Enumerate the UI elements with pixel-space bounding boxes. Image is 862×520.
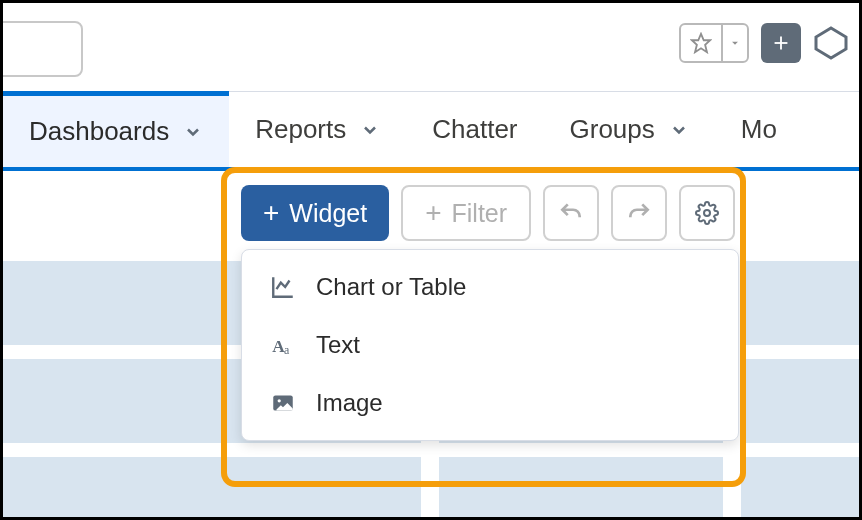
chart-icon bbox=[268, 272, 298, 302]
dashboard-toolbar: + Widget + Filter bbox=[241, 185, 735, 241]
top-icon-group bbox=[679, 23, 849, 63]
tab-label: Reports bbox=[255, 114, 346, 145]
settings-button[interactable] bbox=[679, 185, 735, 241]
undo-icon bbox=[558, 200, 584, 226]
global-add-button[interactable] bbox=[761, 23, 801, 63]
chevron-down-icon[interactable] bbox=[721, 25, 747, 61]
tab-label: Groups bbox=[570, 114, 655, 145]
redo-icon bbox=[626, 200, 652, 226]
tab-more[interactable]: Mo bbox=[715, 92, 803, 167]
tab-groups[interactable]: Groups bbox=[544, 92, 715, 167]
button-label: Filter bbox=[452, 199, 508, 228]
app-launcher-icon[interactable] bbox=[813, 23, 849, 63]
url-input[interactable] bbox=[0, 21, 83, 77]
menu-item-label: Image bbox=[316, 389, 383, 417]
tab-reports[interactable]: Reports bbox=[229, 92, 406, 167]
svg-marker-0 bbox=[692, 34, 710, 52]
nav-tabs: Dashboards Reports Chatter Groups Mo bbox=[3, 91, 859, 171]
text-icon: Aa bbox=[268, 330, 298, 360]
tab-chatter[interactable]: Chatter bbox=[406, 92, 543, 167]
plus-icon: + bbox=[425, 199, 441, 227]
gear-icon bbox=[695, 201, 719, 225]
star-icon bbox=[681, 25, 721, 61]
add-widget-button[interactable]: + Widget bbox=[241, 185, 389, 241]
tab-label: Dashboards bbox=[29, 116, 169, 147]
button-label: Widget bbox=[289, 199, 367, 228]
menu-item-label: Chart or Table bbox=[316, 273, 466, 301]
svg-point-2 bbox=[704, 210, 710, 216]
svg-text:a: a bbox=[284, 343, 290, 357]
menu-item-label: Text bbox=[316, 331, 360, 359]
tab-label: Chatter bbox=[432, 114, 517, 145]
dashboard-canvas: + Widget + Filter Chart or Table Aa bbox=[3, 171, 859, 517]
widget-menu: Chart or Table Aa Text Image bbox=[241, 249, 739, 441]
chevron-down-icon[interactable] bbox=[183, 122, 203, 142]
plus-icon: + bbox=[263, 199, 279, 227]
svg-marker-1 bbox=[816, 28, 846, 58]
menu-item-text[interactable]: Aa Text bbox=[242, 316, 738, 374]
redo-button[interactable] bbox=[611, 185, 667, 241]
tab-label: Mo bbox=[741, 114, 777, 145]
chevron-down-icon[interactable] bbox=[360, 120, 380, 140]
tab-dashboards[interactable]: Dashboards bbox=[3, 91, 229, 167]
favorite-button[interactable] bbox=[679, 23, 749, 63]
browser-topbar bbox=[3, 3, 859, 91]
add-filter-button[interactable]: + Filter bbox=[401, 185, 531, 241]
menu-item-image[interactable]: Image bbox=[242, 374, 738, 432]
menu-item-chart-or-table[interactable]: Chart or Table bbox=[242, 258, 738, 316]
image-icon bbox=[268, 388, 298, 418]
undo-button[interactable] bbox=[543, 185, 599, 241]
svg-point-6 bbox=[278, 399, 281, 402]
chevron-down-icon[interactable] bbox=[669, 120, 689, 140]
